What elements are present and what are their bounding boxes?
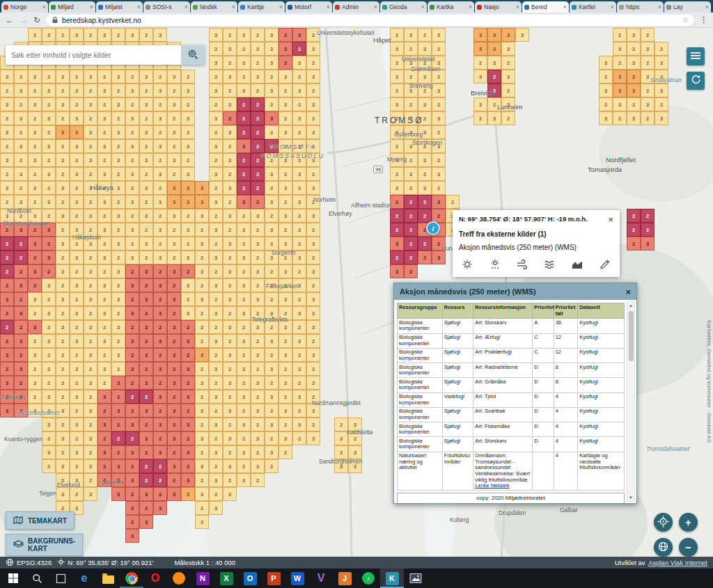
tab-close-icon[interactable]: ×	[611, 4, 614, 10]
taskbar-onenote-icon[interactable]: N	[191, 569, 214, 588]
tab-close-icon[interactable]: ×	[327, 4, 330, 10]
globe-button[interactable]	[654, 538, 673, 557]
browser-tab[interactable]: Admin×	[333, 1, 379, 13]
wms-layer-item[interactable]: Aksjon månedsvis (250 meter) (WMS)	[459, 244, 613, 251]
heat-cell: 2	[42, 125, 56, 139]
tab-close-icon[interactable]: ×	[705, 4, 709, 10]
heat-cell: 3	[181, 362, 195, 376]
browser-tab[interactable]: Karttje×	[238, 1, 285, 13]
taskbar-photos-icon[interactable]	[404, 569, 428, 588]
tab-close-icon[interactable]: ×	[42, 4, 46, 10]
taskbar-edge-icon[interactable]: e	[72, 569, 96, 588]
taskbar-excel-icon[interactable]: X	[214, 569, 238, 588]
zoom-in-button[interactable]: +	[679, 513, 698, 532]
heat-cell: 3	[42, 195, 56, 209]
taskbar-map-app-icon[interactable]: K	[380, 569, 404, 588]
tab-close-icon[interactable]: ×	[516, 4, 519, 10]
browser-tab[interactable]: Geoda×	[380, 1, 427, 13]
browser-tab[interactable]: Miljød×	[49, 1, 95, 13]
browser-tab[interactable]: SOSI-s×	[143, 1, 190, 13]
browser-tab[interactable]: Nasjo×	[475, 1, 522, 13]
heat-cell: 2	[139, 84, 153, 97]
back-button[interactable]: ←	[6, 16, 14, 24]
tab-close-icon[interactable]: ×	[658, 4, 661, 10]
dialog-scrollbar[interactable]: ▲ ▼	[627, 301, 635, 502]
email-link[interactable]: wms@miljodirektoratet.no	[502, 502, 566, 503]
browser-tab[interactable]: Kartka×	[428, 1, 474, 13]
browser-tab[interactable]: Lay×	[664, 1, 711, 13]
waves-icon[interactable]	[544, 258, 556, 271]
temakart-button[interactable]: TEMAKART	[6, 511, 75, 530]
tab-close-icon[interactable]: ×	[421, 4, 425, 10]
scrollbar-down-icon[interactable]: ▼	[629, 495, 633, 500]
tide-chart-icon[interactable]	[571, 258, 583, 271]
heat-cell: 3	[487, 111, 501, 125]
taskbar-task-view-icon[interactable]	[49, 569, 72, 588]
taskbar-visual-studio-icon[interactable]: V	[309, 569, 333, 588]
scrollbar-up-icon[interactable]: ▲	[629, 303, 633, 308]
heat-cell: 2	[627, 237, 641, 251]
pencil-icon[interactable]	[599, 258, 611, 271]
browser-menu-icon[interactable]: ⋮	[700, 15, 707, 24]
url-bar[interactable]: beredskap.kystverket.no ☆	[46, 15, 694, 26]
taskbar-start-icon[interactable]	[1, 569, 25, 588]
heat-cell: 2	[265, 376, 279, 390]
menu-button[interactable]	[687, 47, 705, 65]
tab-close-icon[interactable]: ×	[279, 4, 283, 10]
map-viewport[interactable]: 2323232323323232322323333323223232323232…	[0, 28, 713, 557]
browser-tab[interactable]: Miljøst×	[96, 1, 143, 13]
bakgrunnskart-button[interactable]: BAKGRUNNS- KART	[6, 534, 83, 556]
taskbar-word-icon[interactable]: W	[285, 569, 309, 588]
tab-close-icon[interactable]: ×	[374, 4, 377, 10]
wind-icon[interactable]	[516, 258, 528, 271]
tab-close-icon[interactable]: ×	[185, 4, 188, 10]
heat-cell: 3	[0, 292, 14, 306]
heat-cell: 2	[390, 209, 404, 223]
taskbar-app-orange-icon[interactable]: J	[333, 569, 356, 588]
heat-cell: 2	[0, 111, 14, 125]
bookmark-star-icon[interactable]: ☆	[682, 16, 689, 24]
reload-button[interactable]: ↻	[33, 16, 40, 24]
browser-tab[interactable]: Norge×	[1, 1, 48, 13]
tab-close-icon[interactable]: ×	[90, 4, 93, 10]
heat-cell: 2	[97, 459, 111, 473]
browser-tab[interactable]: https:×	[617, 1, 664, 13]
taskbar-file-explorer-icon[interactable]	[96, 569, 120, 588]
refresh-button[interactable]	[687, 72, 705, 90]
heat-cell: 2	[0, 278, 14, 292]
browser-tab[interactable]: Motorf×	[285, 1, 332, 13]
taskbar-powerpoint-icon[interactable]: P	[262, 569, 285, 588]
tab-close-icon[interactable]: ×	[563, 4, 567, 10]
faktaark-link[interactable]: Lenke faktaark	[475, 482, 509, 488]
scrollbar-thumb[interactable]	[629, 311, 634, 361]
search-settings-button[interactable]	[181, 45, 205, 65]
taskbar-search-icon[interactable]	[25, 569, 49, 588]
browser-tab[interactable]: Kartlei×	[570, 1, 616, 13]
locate-button[interactable]	[654, 513, 673, 532]
dialog-close-icon[interactable]: ×	[625, 287, 631, 297]
taskbar-chrome-icon[interactable]	[120, 569, 143, 588]
info-marker[interactable]: i	[426, 221, 440, 235]
tab-close-icon[interactable]: ×	[469, 4, 472, 10]
popup-close-icon[interactable]: ×	[608, 215, 613, 224]
table-row: Biologiske komponenterSjøfuglArt: Praktæ…	[398, 348, 625, 363]
tab-close-icon[interactable]: ×	[137, 4, 141, 10]
zoom-out-button[interactable]: −	[679, 538, 698, 557]
search-input[interactable]	[6, 45, 181, 65]
uv-icon[interactable]	[489, 258, 501, 271]
taskbar-firefox-icon[interactable]	[167, 569, 191, 588]
forward-button[interactable]: →	[19, 16, 28, 24]
developer-link[interactable]: Asplan Viak Internet	[648, 559, 707, 566]
heat-cell: 3	[70, 84, 84, 97]
taskbar-spotify-icon[interactable]: ♪	[356, 569, 380, 588]
tab-close-icon[interactable]: ×	[232, 4, 235, 10]
sun-icon[interactable]	[461, 258, 473, 271]
projection-item[interactable]: EPSG:4326	[6, 558, 52, 568]
heat-cell: 3	[265, 28, 279, 42]
taskbar-outlook-icon[interactable]: O	[238, 569, 262, 588]
taskbar-opera-icon[interactable]: O	[143, 569, 167, 588]
heat-cell: 2	[223, 56, 237, 70]
dialog-header[interactable]: Aksjon månedsvis (250 meter) (WMS) ×	[394, 283, 636, 300]
browser-tab[interactable]: landsk×	[191, 1, 237, 13]
browser-tab[interactable]: Bered×	[522, 1, 569, 13]
